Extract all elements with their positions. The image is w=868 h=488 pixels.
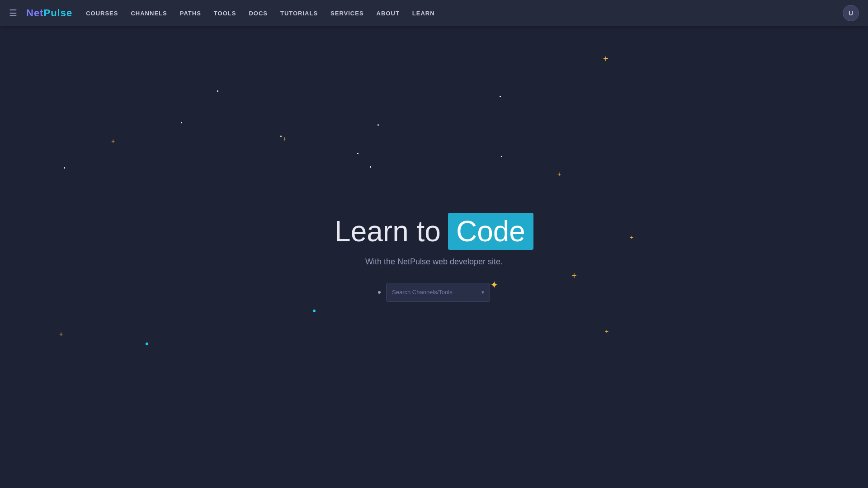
sparkle-plus-icon: + xyxy=(557,171,561,177)
nav-courses[interactable]: COURSES xyxy=(86,10,118,17)
search-bar[interactable]: ▾ xyxy=(386,283,490,302)
spark-icon: ✦ xyxy=(490,279,498,291)
sparkle-plus-icon: + xyxy=(283,136,286,142)
nav-channels[interactable]: CHANNELS xyxy=(131,10,167,17)
nav-learn[interactable]: LEARN xyxy=(412,10,435,17)
hamburger-menu[interactable]: ☰ xyxy=(9,8,17,19)
hero-subtitle: With the NetPulse web developer site. xyxy=(365,257,503,267)
logo-pulse: Pulse xyxy=(43,7,72,19)
nav-tutorials[interactable]: TUTORIALS xyxy=(280,10,318,17)
site-logo: NetPulse xyxy=(26,7,72,19)
cyan-star xyxy=(146,343,148,345)
user-avatar[interactable]: U xyxy=(843,5,859,21)
search-dot-decoration xyxy=(378,291,381,294)
nav-tools[interactable]: TOOLS xyxy=(214,10,236,17)
sparkle-plus-icon: + xyxy=(571,271,577,280)
nav-docs[interactable]: DOCS xyxy=(249,10,268,17)
sparkle-plus-icon: + xyxy=(111,138,115,144)
nav-services[interactable]: SERVICES xyxy=(330,10,364,17)
sparkle-plus-icon: + xyxy=(605,328,609,334)
logo-net: Net xyxy=(26,7,43,19)
sparkle-plus-icon: + xyxy=(59,331,63,337)
nav-paths[interactable]: PATHS xyxy=(180,10,201,17)
cyan-star xyxy=(313,310,316,312)
nav-links: COURSES CHANNELS PATHS TOOLS DOCS TUTORI… xyxy=(86,10,843,17)
sparkle-plus-icon: + xyxy=(603,54,609,63)
hero-title: Learn to Code xyxy=(335,213,533,250)
white-star xyxy=(280,136,282,137)
white-star xyxy=(370,166,371,168)
hero-section: Learn to Code With the NetPulse web deve… xyxy=(0,26,868,488)
hero-title-highlight: Code xyxy=(448,213,533,250)
white-star xyxy=(357,153,359,154)
white-star xyxy=(181,122,182,123)
nav-about[interactable]: ABOUT xyxy=(377,10,400,17)
white-star xyxy=(64,167,65,169)
search-container: ▾ ✦ xyxy=(378,283,490,302)
white-star xyxy=(217,90,218,92)
navbar: ☰ NetPulse COURSES CHANNELS PATHS TOOLS … xyxy=(0,0,868,26)
sparkle-plus-icon: + xyxy=(630,234,633,240)
search-input[interactable] xyxy=(392,289,478,296)
chevron-down-icon: ▾ xyxy=(481,289,484,296)
hero-title-pre: Learn to xyxy=(335,215,441,248)
white-star xyxy=(500,96,501,97)
white-star xyxy=(377,124,379,126)
white-star xyxy=(501,156,502,157)
